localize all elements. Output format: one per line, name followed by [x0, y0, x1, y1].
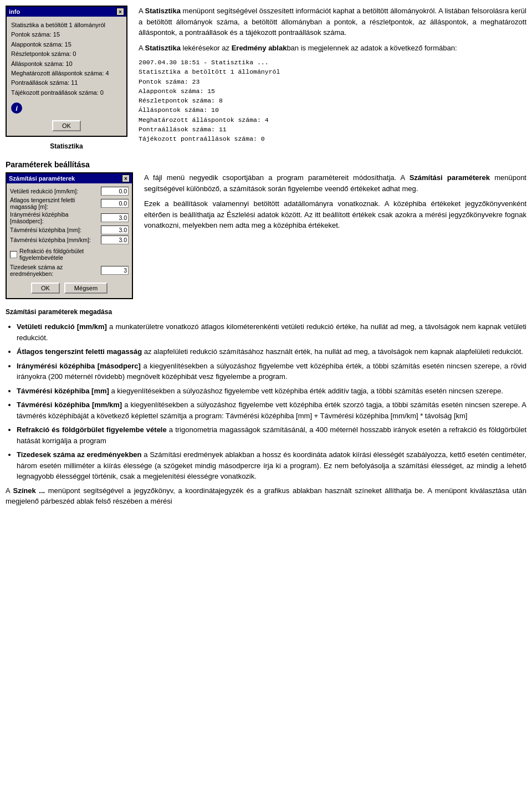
- info-dialog-footer: OK: [7, 117, 126, 136]
- param-label-1: Átlagos tengerszint feletti magasság [m]…: [10, 197, 101, 210]
- bullet-bold-6: Tizedesek száma az eredményekben: [17, 450, 142, 459]
- info-line-6: Pontraállások száma: 11: [11, 79, 122, 87]
- params-dialog: Számítási paraméterek × Vetületi redukci…: [6, 172, 133, 299]
- params-dialog-titlebar: Számítási paraméterek ×: [7, 173, 132, 183]
- bullet-bold-4: Távmérési középhiba [mm/km]: [17, 401, 122, 409]
- bullet-text-3: a kiegyenlítésekben a súlyozáshoz figyel…: [109, 387, 503, 395]
- param-label-2: Iránymérési középhiba [másodperc]:: [10, 211, 101, 224]
- szamitasi-label: Számítási paraméterek megadása: [6, 308, 133, 316]
- info-line-2: Alappontok száma: 15: [11, 40, 122, 49]
- refrakció-checkbox[interactable]: [10, 251, 17, 258]
- params-dialog-title: Számítási paraméterek: [9, 175, 75, 182]
- bottom-paragraph: A Színek ... menüpont segítségével a jeg…: [6, 485, 526, 507]
- params-dialog-body: Vetületi redukció [mm/km]: 0.0 Átlagos t…: [7, 183, 132, 279]
- middle-right-p2: Ezek a beállítások valamennyi betöltött …: [144, 198, 526, 231]
- right-top-p1: A Statisztika menüpont segítségével össz…: [139, 6, 526, 38]
- param-row-2: Iránymérési középhiba [másodperc]: 3.0: [10, 211, 129, 224]
- checkbox-row: Refrakció és földgörbület figyelembevéte…: [10, 245, 129, 262]
- bottom-section: Vetületi redukció [mm/km] a munkaterület…: [0, 321, 532, 512]
- info-dialog-title: info: [9, 8, 20, 15]
- bullet-item-1: Átlagos tengerszint feletti magasság az …: [17, 346, 526, 357]
- params-left-column: Számítási paraméterek × Vetületi redukci…: [6, 172, 133, 316]
- param-row-3: Távmérési középhiba [mm]: 3.0: [10, 225, 129, 234]
- param-input-4[interactable]: 3.0: [101, 235, 129, 244]
- right-top-p2: A Statisztika lekérésekor az Eredmény ab…: [139, 43, 526, 54]
- bullet-list: Vetületi redukció [mm/km] a munkaterület…: [6, 321, 526, 482]
- info-dialog-titlebar: info ×: [7, 7, 126, 17]
- bullet-text-1: az alapfelületi redukció számításához ha…: [142, 347, 523, 356]
- middle-section: Számítási paraméterek × Vetületi redukci…: [0, 172, 532, 321]
- params-ok-button[interactable]: OK: [31, 283, 60, 294]
- info-line-3: Részletpontok száma: 0: [11, 50, 122, 58]
- param-label-3: Távmérési középhiba [mm]:: [10, 227, 101, 233]
- bullet-item-4: Távmérési középhiba [mm/km] a kiegyenlít…: [17, 399, 526, 421]
- right-column-top: A Statisztika menüpont segítségével össz…: [139, 6, 526, 150]
- param-row-1: Átlagos tengerszint feletti magasság [m]…: [10, 197, 129, 210]
- middle-right-p1: A fájl menü negyedik csoportjában a prog…: [144, 172, 526, 194]
- param-label-0: Vetületi redukció [mm/km]:: [10, 188, 101, 194]
- bullet-bold-2: Iránymérési középhiba [másodperc]: [17, 362, 141, 370]
- params-footer: OK Mégsem: [7, 279, 132, 298]
- bullet-item-2: Iránymérési középhiba [másodperc] a kieg…: [17, 361, 526, 382]
- middle-right-column: A fájl menü negyedik csoportjában a prog…: [144, 172, 526, 316]
- tizedesek-input[interactable]: 3: [101, 266, 129, 275]
- bullet-bold-0: Vetületi redukció [mm/km]: [17, 322, 107, 331]
- bullet-item-0: Vetületi redukció [mm/km] a munkaterület…: [17, 321, 526, 343]
- page: info × Statisztika a betöltött 1 állomán…: [0, 0, 532, 512]
- param-row-0: Vetületi redukció [mm/km]: 0.0: [10, 187, 129, 196]
- param-label-4: Távmérési középhiba [mm/km]:: [10, 237, 101, 243]
- info-dialog-body: Statisztika a betöltött 1 állományról Po…: [7, 17, 126, 99]
- bullet-item-3: Távmérési középhiba [mm] a kiegyenlítése…: [17, 386, 526, 397]
- checkbox-label: Refrakció és földgörbület figyelembevéte…: [19, 248, 129, 261]
- code-block: 2007.04.30 18:51 - Statisztika ... Stati…: [139, 58, 526, 143]
- params-dialog-close-button[interactable]: ×: [122, 175, 130, 182]
- tizedesek-label: Tizedesek száma az eredményekben:: [10, 264, 101, 277]
- info-line-7: Tájékozott pontraállások száma: 0: [11, 89, 122, 97]
- bullet-bold-1: Átlagos tengerszint feletti magasság: [17, 347, 142, 356]
- param-row-4: Távmérési középhiba [mm/km]: 3.0: [10, 235, 129, 244]
- section-heading: Paraméterek beállítása: [0, 156, 532, 172]
- info-line-1: Pontok száma: 15: [11, 30, 122, 39]
- bullet-bold-5: Refrakció és földgörbület figyelembe vét…: [17, 425, 167, 434]
- info-dialog: info × Statisztika a betöltött 1 állomán…: [6, 6, 127, 137]
- info-line-4: Álláspontok száma: 10: [11, 60, 122, 68]
- statisztika-label: Statisztika: [6, 142, 127, 150]
- param-input-2[interactable]: 3.0: [101, 213, 129, 222]
- info-ok-button[interactable]: OK: [52, 120, 81, 131]
- bullet-item-6: Tizedesek száma az eredményekben a Számí…: [17, 449, 526, 482]
- bullet-item-5: Refrakció és földgörbület figyelembe vét…: [17, 424, 526, 446]
- info-icon-row: i: [7, 99, 126, 117]
- info-line-0: Statisztika a betöltött 1 állományról: [11, 21, 122, 29]
- bullet-bold-3: Távmérési középhiba [mm]: [17, 387, 109, 395]
- param-input-3[interactable]: 3.0: [101, 225, 129, 234]
- info-line-5: Meghatározott álláspontok száma: 4: [11, 69, 122, 78]
- params-cancel-button[interactable]: Mégsem: [64, 283, 108, 294]
- info-icon: i: [11, 102, 22, 114]
- info-dialog-close-button[interactable]: ×: [116, 8, 124, 16]
- left-column: info × Statisztika a betöltött 1 állomán…: [6, 6, 127, 150]
- top-section: info × Statisztika a betöltött 1 állomán…: [0, 0, 532, 156]
- param-input-0[interactable]: 0.0: [101, 187, 129, 196]
- tizedesek-row: Tizedesek száma az eredményekben: 3: [10, 264, 129, 277]
- param-input-1[interactable]: 0.0: [101, 199, 129, 208]
